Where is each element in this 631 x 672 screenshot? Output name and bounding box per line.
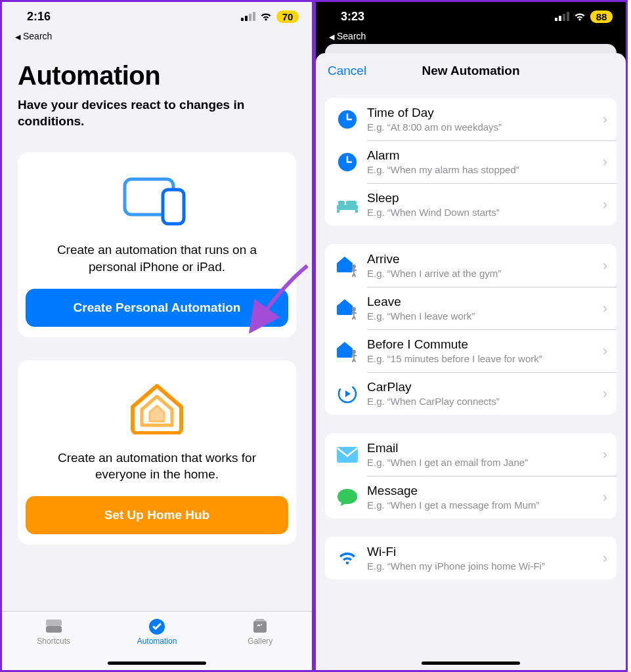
row-title: Sleep xyxy=(367,191,603,205)
automation-content: Automation Have your devices react to ch… xyxy=(2,41,312,545)
status-right: 70 xyxy=(241,10,299,23)
svg-rect-4 xyxy=(255,619,265,621)
home-person-icon xyxy=(334,295,360,322)
wifi-icon xyxy=(573,12,586,22)
tab-shortcuts[interactable]: Shortcuts xyxy=(21,617,87,670)
status-bar: 3:23 88 xyxy=(316,2,626,31)
back-triangle-icon: ◀ xyxy=(15,33,20,41)
back-triangle-icon: ◀ xyxy=(329,33,334,41)
svg-rect-1 xyxy=(163,190,184,224)
row-title: Message xyxy=(367,484,603,498)
svg-rect-9 xyxy=(355,210,358,213)
row-subtitle: E.g. “When Wind Down starts” xyxy=(367,207,603,218)
home-icon xyxy=(26,379,288,438)
row-text: SleepE.g. “When Wind Down starts” xyxy=(367,191,603,218)
tab-gallery[interactable]: Gallery xyxy=(227,617,293,670)
row-title: Arrive xyxy=(367,252,603,266)
cellular-icon xyxy=(555,12,569,21)
carplay-icon xyxy=(334,381,360,407)
back-label: Search xyxy=(23,31,52,41)
trigger-group: EmailE.g. “When I get an email from Jane… xyxy=(325,433,617,518)
row-subtitle: E.g. “15 minutes before I leave for work… xyxy=(367,353,603,364)
row-subtitle: E.g. “When I get an email from Jane” xyxy=(367,457,603,468)
wifi-icon xyxy=(259,12,272,22)
home-person-icon xyxy=(334,338,360,364)
row-text: MessageE.g. “When I get a message from M… xyxy=(367,484,603,511)
tab-shortcuts-label: Shortcuts xyxy=(21,637,87,646)
sheet-title: New Automation xyxy=(422,64,519,78)
row-text: AlarmE.g. “When my alarm has stopped” xyxy=(367,148,603,175)
home-person-icon xyxy=(334,253,360,279)
status-right: 88 xyxy=(555,10,613,23)
bed-icon xyxy=(334,192,360,218)
status-time: 3:23 xyxy=(341,10,364,24)
home-automation-card: Create an automation that works for ever… xyxy=(18,360,296,545)
chevron-right-icon: › xyxy=(603,300,607,317)
svg-rect-11 xyxy=(346,201,357,205)
trigger-row-wi-fi[interactable]: Wi-FiE.g. “When my iPhone joins home Wi-… xyxy=(325,537,617,579)
trigger-row-sleep[interactable]: SleepE.g. “When Wind Down starts”› xyxy=(325,183,617,226)
row-title: Time of Day xyxy=(367,106,603,120)
new-automation-sheet: Cancel New Automation Time of DayE.g. “A… xyxy=(316,53,626,670)
chevron-right-icon: › xyxy=(603,257,607,274)
chevron-right-icon: › xyxy=(603,489,607,506)
shortcuts-icon xyxy=(21,617,87,637)
set-up-home-hub-button[interactable]: Set Up Home Hub xyxy=(26,496,288,534)
svg-rect-10 xyxy=(338,201,345,205)
row-subtitle: E.g. “When I arrive at the gym” xyxy=(367,268,603,279)
chevron-right-icon: › xyxy=(603,111,607,128)
trigger-row-alarm[interactable]: AlarmE.g. “When my alarm has stopped”› xyxy=(325,140,617,183)
status-time: 2:16 xyxy=(27,10,51,24)
row-subtitle: E.g. “At 8:00 am on weekdays” xyxy=(367,121,603,133)
personal-automation-card: Create an automation that runs on a pers… xyxy=(18,152,296,337)
row-text: Time of DayE.g. “At 8:00 am on weekdays” xyxy=(367,106,603,133)
battery-indicator: 88 xyxy=(590,10,613,23)
phone-left-automation: 2:16 70 ◀Search Automation Have your dev… xyxy=(0,0,314,672)
clock-icon xyxy=(334,149,360,175)
status-bar: 2:16 70 xyxy=(2,2,312,31)
row-title: Wi-Fi xyxy=(367,545,603,559)
row-text: ArriveE.g. “When I arrive at the gym” xyxy=(367,252,603,279)
cellular-icon xyxy=(241,12,255,21)
row-text: Before I CommuteE.g. “15 minutes before … xyxy=(367,337,603,364)
trigger-group: Wi-FiE.g. “When my iPhone joins home Wi-… xyxy=(325,537,617,579)
home-indicator[interactable] xyxy=(422,662,520,665)
wifi-icon xyxy=(334,545,360,572)
page-subtitle: Have your devices react to changes in co… xyxy=(18,97,296,129)
chevron-right-icon: › xyxy=(603,385,607,402)
svg-rect-8 xyxy=(337,210,339,213)
back-label: Search xyxy=(337,31,366,41)
automation-icon xyxy=(124,617,190,637)
trigger-group: Time of DayE.g. “At 8:00 am on weekdays”… xyxy=(325,98,617,226)
home-desc: Create an automation that works for ever… xyxy=(37,450,276,483)
trigger-row-arrive[interactable]: ArriveE.g. “When I arrive at the gym”› xyxy=(325,244,617,287)
back-to-search[interactable]: ◀Search xyxy=(316,31,626,41)
home-indicator[interactable] xyxy=(108,662,206,665)
row-subtitle: E.g. “When I get a message from Mum” xyxy=(367,499,603,511)
trigger-row-carplay[interactable]: CarPlayE.g. “When CarPlay connects”› xyxy=(325,372,617,415)
trigger-row-message[interactable]: MessageE.g. “When I get a message from M… xyxy=(325,476,617,518)
row-subtitle: E.g. “When my alarm has stopped” xyxy=(367,164,603,175)
cancel-button[interactable]: Cancel xyxy=(328,64,366,78)
phone-right-new-automation: 3:23 88 ◀Search Cancel New Automation Ti… xyxy=(314,0,628,672)
chevron-right-icon: › xyxy=(603,343,607,360)
chevron-right-icon: › xyxy=(603,446,607,463)
back-to-search[interactable]: ◀Search xyxy=(2,31,312,41)
trigger-row-email[interactable]: EmailE.g. “When I get an email from Jane… xyxy=(325,433,617,476)
chevron-right-icon: › xyxy=(603,196,607,213)
trigger-row-leave[interactable]: LeaveE.g. “When I leave work”› xyxy=(325,287,617,329)
row-title: Alarm xyxy=(367,148,603,163)
tab-bar: Shortcuts Automation Gallery xyxy=(2,611,312,670)
clock-icon xyxy=(334,106,360,133)
page-title: Automation xyxy=(18,61,296,91)
row-title: CarPlay xyxy=(367,380,603,394)
chevron-right-icon: › xyxy=(603,550,607,567)
row-text: EmailE.g. “When I get an email from Jane… xyxy=(367,441,603,468)
sheet-nav: Cancel New Automation xyxy=(316,53,626,89)
personal-desc: Create an automation that runs on a pers… xyxy=(37,242,276,275)
row-title: Leave xyxy=(367,295,603,309)
trigger-row-before-i-commute[interactable]: Before I CommuteE.g. “15 minutes before … xyxy=(325,329,617,372)
row-subtitle: E.g. “When my iPhone joins home Wi-Fi” xyxy=(367,560,603,572)
trigger-row-time-of-day[interactable]: Time of DayE.g. “At 8:00 am on weekdays”… xyxy=(325,98,617,140)
create-personal-automation-button[interactable]: Create Personal Automation xyxy=(26,289,288,327)
